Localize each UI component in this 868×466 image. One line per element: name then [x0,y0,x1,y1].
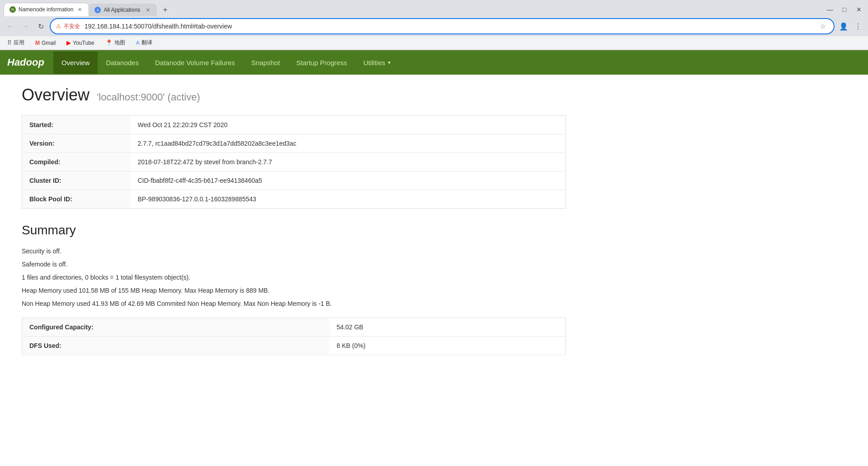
gmail-label: Gmail [42,40,56,46]
bookmark-star-icon[interactable]: ☆ [817,21,828,32]
page-title: Overview 'localhost:9000' (active) [22,86,566,105]
hadoop-navbar: Hadoop Overview Datanodes Datanode Volum… [0,50,868,75]
capacity-label: DFS Used: [22,337,330,355]
nav-snapshot[interactable]: Snapshot [243,52,288,74]
table-row: Version:2.7.7, rc1aad84bd27cd79c3d1a7dd5… [22,134,566,153]
tab-namenode[interactable]: N Namenode information ✕ [4,3,89,16]
maps-icon: 📍 [105,39,113,46]
tab-all-applications[interactable]: A All Applications ✕ [89,4,157,16]
bookmark-translate[interactable]: A 翻译 [132,38,156,48]
nav-datanode-volume-failures[interactable]: Datanode Volume Failures [147,52,243,74]
nav-datanodes[interactable]: Datanodes [98,52,147,74]
row-label: Version: [22,134,131,153]
utilities-label: Utilities [363,59,385,67]
url-text: 192.168.184.114:50070/dfshealth.html#tab… [85,23,815,30]
tab-title-namenode: Namenode information [19,6,73,13]
address-row: ← → ↻ ⚠ 不安全 192.168.184.114:50070/dfshea… [0,16,868,36]
row-value: BP-989030836-127.0.0.1-1603289885543 [131,190,566,209]
forward-button[interactable]: → [19,20,32,33]
tab-favicon-apps: A [94,7,101,13]
row-value: CID-fbabf8f2-c4ff-4c35-b617-ee94138460a5 [131,171,566,190]
browser-chrome: N Namenode information ✕ A All Applicati… [0,0,868,50]
row-label: Block Pool ID: [22,190,131,209]
row-value: 2.7.7, rc1aad84bd27cd79c3d1a7dd58202a8c3… [131,134,566,153]
summary-line: Non Heap Memory used 41.93 MB of 42.69 M… [22,299,566,309]
table-row: Block Pool ID:BP-989030836-127.0.0.1-160… [22,190,566,209]
capacity-table: Configured Capacity:54.02 GBDFS Used:8 K… [22,318,566,355]
browser-actions: 👤 ⋮ [837,20,864,33]
table-row: DFS Used:8 KB (0%) [22,337,566,355]
apps-icon: ⠿ [7,39,12,46]
tab-close-namenode[interactable]: ✕ [76,6,83,13]
account-button[interactable]: 👤 [837,20,850,33]
security-label: 不安全 [64,23,80,30]
translate-label: 翻译 [142,39,152,47]
table-row: Compiled:2018-07-18T22:47Z by stevel fro… [22,153,566,171]
back-button[interactable]: ← [4,20,16,33]
tab-favicon-namenode: N [9,6,16,13]
tab-title-apps: All Applications [104,7,142,13]
table-row: Started:Wed Oct 21 22:20:29 CST 2020 [22,116,566,134]
youtube-label: YouTube [73,40,94,46]
translate-icon: A [136,39,140,46]
address-bar[interactable]: ⚠ 不安全 192.168.184.114:50070/dfshealth.ht… [50,18,835,34]
bookmark-maps[interactable]: 📍 地图 [102,38,129,48]
row-label: Cluster ID: [22,171,131,190]
youtube-icon: ▶ [66,39,71,46]
maximize-button[interactable]: □ [839,4,850,15]
bookmark-gmail[interactable]: M Gmail [32,39,59,47]
row-label: Compiled: [22,153,131,171]
row-value: Wed Oct 21 22:20:29 CST 2020 [131,116,566,134]
reload-button[interactable]: ↻ [34,20,47,33]
menu-button[interactable]: ⋮ [852,20,864,33]
nav-startup-progress[interactable]: Startup Progress [288,52,355,74]
hadoop-brand[interactable]: Hadoop [7,57,53,68]
row-value: 2018-07-18T22:47Z by stevel from branch-… [131,153,566,171]
address-actions: ☆ [817,21,828,32]
nav-overview[interactable]: Overview [53,52,98,74]
bookmarks-bar: ⠿ 应用 M Gmail ▶ YouTube 📍 地图 A 翻译 [0,36,868,50]
row-label: Started: [22,116,131,134]
table-row: Cluster ID:CID-fbabf8f2-c4ff-4c35-b617-e… [22,171,566,190]
maps-label: 地图 [114,39,125,47]
security-icon: ⚠ [56,23,61,29]
bookmark-apps[interactable]: ⠿ 应用 [4,38,28,48]
capacity-label: Configured Capacity: [22,318,330,337]
new-tab-button[interactable]: + [159,4,171,16]
tabs-row: N Namenode information ✕ A All Applicati… [4,3,171,16]
tab-close-apps[interactable]: ✕ [144,6,151,14]
page-content: Overview 'localhost:9000' (active) Start… [0,75,588,366]
utilities-dropdown-icon: ▼ [387,60,392,65]
apps-label: 应用 [14,39,24,47]
capacity-value: 8 KB (0%) [330,337,566,355]
summary-line: Security is off. [22,247,566,256]
gmail-icon: M [35,40,40,46]
bookmark-youtube[interactable]: ▶ YouTube [63,38,98,47]
minimize-button[interactable]: — [825,4,835,15]
overview-subtitle: 'localhost:9000' (active) [94,91,200,103]
nav-utilities[interactable]: Utilities ▼ [355,52,400,74]
summary-section: Security is off.Safemode is off.1 files … [22,247,566,309]
summary-title: Summary [22,223,566,238]
summary-line: Safemode is off. [22,260,566,269]
summary-line: 1 files and directories, 0 blocks = 1 to… [22,273,566,282]
window-controls: — □ ✕ [825,4,864,15]
table-row: Configured Capacity:54.02 GB [22,318,566,337]
title-bar: N Namenode information ✕ A All Applicati… [0,0,868,16]
close-button[interactable]: ✕ [854,4,864,15]
info-table: Started:Wed Oct 21 22:20:29 CST 2020Vers… [22,115,566,209]
capacity-value: 54.02 GB [330,318,566,337]
summary-line: Heap Memory used 101.58 MB of 155 MB Hea… [22,286,566,295]
